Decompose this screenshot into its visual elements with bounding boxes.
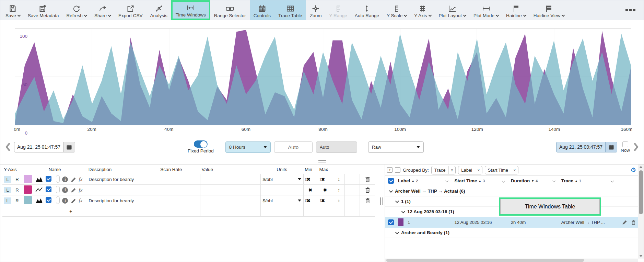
trash-icon[interactable] — [365, 187, 371, 193]
sample-mode-select[interactable]: Raw — [368, 141, 424, 153]
group-chip-start-time[interactable]: Start Time x — [485, 166, 518, 174]
description-cell[interactable]: Description for beardy — [87, 174, 159, 185]
zoom-button[interactable]: Zoom — [306, 0, 326, 20]
right-axis-toggle[interactable]: R — [13, 176, 21, 183]
plot-area[interactable]: 100 50 0 — [15, 29, 631, 125]
gear-icon[interactable]: ⚙ — [631, 166, 636, 174]
select-all-checkbox[interactable] — [388, 178, 394, 184]
edit-pencil-icon[interactable] — [71, 187, 77, 193]
y-axis-button[interactable]: Y Axis — [410, 0, 435, 20]
now-checkbox[interactable] — [622, 141, 628, 147]
horizontal-scrollbar[interactable] — [385, 259, 638, 262]
hairline-view-button[interactable]: Hairline View — [530, 0, 569, 20]
left-axis-toggle[interactable]: L — [4, 197, 11, 204]
description-cell[interactable] — [87, 185, 159, 195]
splitter-grip[interactable] — [318, 160, 326, 163]
col-header-start-time[interactable]: Start Time ▲ 3 — [453, 178, 509, 183]
clear-max-icon[interactable]: ✖ — [321, 198, 325, 203]
remove-chip-icon[interactable]: x — [448, 166, 456, 174]
edit-pencil-icon[interactable] — [622, 219, 628, 225]
end-calendar-button[interactable] — [605, 142, 617, 152]
scan-rate-cell[interactable] — [159, 195, 200, 206]
trace-pill-icon[interactable] — [56, 186, 60, 193]
add-trace-button[interactable]: + — [55, 206, 87, 217]
function-fx-icon[interactable]: fx — [79, 187, 83, 193]
step-back-button[interactable] — [5, 143, 11, 151]
export-csv-button[interactable]: Export CSV — [115, 0, 147, 20]
right-axis-toggle[interactable]: R — [13, 197, 21, 204]
time-window-row[interactable]: 1 12 Aug 2025 03:16 2h 40m Archer Well →… — [385, 217, 638, 228]
trace-color-swatch[interactable] — [24, 175, 32, 183]
clear-max-icon[interactable]: ✖ — [321, 177, 325, 182]
collapse-all-button[interactable]: − — [395, 167, 400, 173]
clear-max-icon[interactable]: ✖ — [323, 187, 327, 193]
units-cell[interactable] — [260, 185, 303, 195]
group-row-trace-2[interactable]: Archer and Beardy (1) — [385, 228, 638, 238]
trace-pill-icon[interactable] — [56, 175, 60, 183]
remove-chip-icon[interactable]: x — [511, 166, 518, 174]
area-style-icon[interactable] — [35, 197, 43, 204]
info-icon[interactable]: i — [62, 176, 68, 182]
trace-visible-checkbox[interactable] — [46, 186, 51, 192]
auto-range-button[interactable]: Auto Range — [351, 0, 383, 20]
clear-min-icon[interactable]: ✖ — [307, 177, 311, 182]
info-icon[interactable]: i — [62, 198, 68, 204]
plot-layout-button[interactable]: Plot Layout — [435, 0, 470, 20]
chevron-down-icon[interactable] — [552, 179, 555, 183]
range-selector-button[interactable]: Range Selector — [210, 0, 250, 20]
expand-all-button[interactable]: + — [387, 167, 393, 173]
hairline-button[interactable]: Hairline — [502, 0, 530, 20]
trace-color-swatch[interactable] — [24, 185, 32, 194]
value-cell[interactable] — [200, 185, 260, 195]
chevron-down-icon[interactable] — [445, 179, 449, 183]
plot-mode-button[interactable]: Plot Mode — [470, 0, 502, 20]
trash-icon[interactable] — [365, 176, 371, 182]
edit-pencil-icon[interactable] — [71, 176, 77, 182]
chevron-down-icon[interactable] — [502, 179, 505, 183]
col-header-trace[interactable]: Trace ▲ 1 — [560, 178, 618, 183]
col-header-duration[interactable]: Duration ▼ 4 — [510, 178, 560, 183]
step-forward-button[interactable] — [633, 143, 639, 151]
function-fx-icon[interactable]: fx — [79, 176, 83, 182]
trash-icon[interactable] — [631, 219, 636, 225]
auto-range-row-icon[interactable]: ↕ — [333, 185, 345, 195]
edit-pencil-icon[interactable] — [71, 198, 77, 204]
left-axis-toggle[interactable]: L — [4, 176, 11, 183]
function-fx-icon[interactable]: fx — [79, 198, 83, 203]
end-time-input[interactable] — [557, 142, 605, 152]
refresh-button[interactable]: Refresh — [63, 0, 91, 20]
auto-range-row-icon[interactable]: ↕ — [333, 174, 345, 185]
auto-input[interactable] — [274, 141, 313, 153]
y-scale-button[interactable]: Y Scale — [383, 0, 410, 20]
period-select[interactable]: 8 Hours — [225, 141, 271, 153]
area-style-icon[interactable] — [35, 176, 43, 182]
trace-visible-checkbox[interactable] — [46, 197, 51, 203]
right-axis-toggle[interactable]: R — [13, 187, 21, 193]
save-button[interactable]: Save — [2, 0, 24, 20]
share-button[interactable]: Share — [91, 0, 115, 20]
time-windows-button[interactable]: Time Windows — [173, 2, 209, 19]
start-calendar-button[interactable] — [63, 142, 75, 152]
start-time-input[interactable] — [14, 142, 63, 152]
auto-value-input[interactable] — [316, 141, 357, 153]
value-cell[interactable] — [200, 174, 260, 185]
scroll-down-button[interactable] — [638, 253, 644, 259]
scan-rate-cell[interactable] — [159, 185, 200, 195]
trace-table-button[interactable]: Trace Table — [274, 0, 306, 20]
hscrollbar-thumb[interactable] — [386, 259, 584, 262]
remove-chip-icon[interactable]: x — [475, 166, 482, 174]
trace-pill-icon[interactable] — [56, 196, 60, 204]
clear-min-icon[interactable]: ✖ — [308, 187, 312, 193]
more-options-button[interactable] — [619, 6, 642, 14]
trash-icon[interactable] — [365, 197, 371, 204]
vertical-splitter-grip[interactable] — [380, 197, 384, 206]
analysis-button[interactable]: Analysis — [146, 0, 171, 20]
auto-range-row-icon[interactable]: ↕ — [333, 195, 345, 206]
description-cell[interactable]: Description for beardy — [87, 195, 159, 206]
chevron-down-icon[interactable] — [611, 179, 614, 183]
vertical-scrollbar[interactable] — [638, 164, 644, 259]
group-row-trace[interactable]: Archer Well → THP → Actual (6) — [385, 186, 638, 196]
line-style-icon[interactable] — [35, 187, 43, 193]
row-checkbox[interactable] — [388, 219, 394, 225]
group-chip-trace[interactable]: Trace x — [431, 166, 456, 174]
